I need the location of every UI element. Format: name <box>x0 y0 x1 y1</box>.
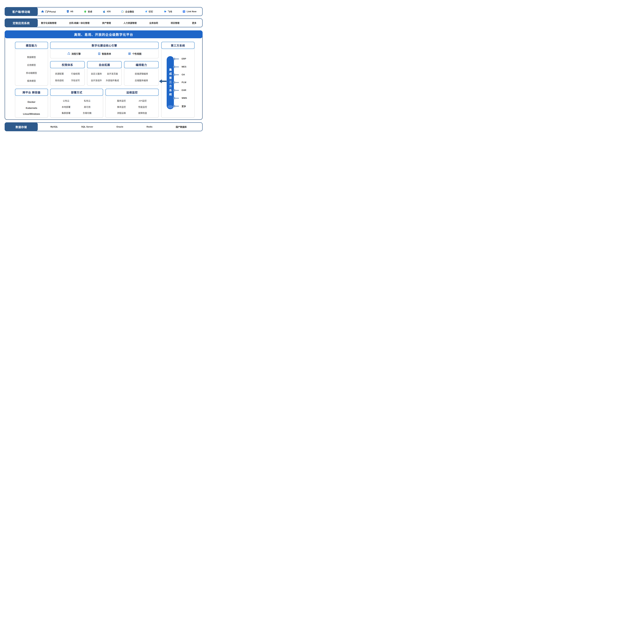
engine-item-view: 个性视图 <box>128 52 141 55</box>
system-label: 更多 <box>182 105 186 108</box>
deployment-card-title: 部署方式 <box>50 89 103 96</box>
client-item-wechat-work: 企业微信 <box>121 10 134 13</box>
engine-item-form: 智能表单 <box>98 52 111 55</box>
deployment-item: 本地部署 <box>62 105 70 108</box>
engine-item-label: 流程引擎 <box>71 52 81 55</box>
cross-platform-item: Docker <box>28 101 35 103</box>
left-arrow-icon <box>173 97 179 100</box>
system-row-plm: PLM <box>173 81 186 84</box>
cross-platform-card: 跨平台 跨容器 Docker Kubernets Linux/Windows <box>15 89 48 118</box>
model-item: 应用模型 <box>27 63 36 66</box>
android-icon <box>84 10 87 13</box>
smart-form-icon <box>98 52 101 55</box>
custom-app-item: 更多 <box>192 21 196 24</box>
ops-item: API监控 <box>139 99 147 102</box>
third-party-card-title: 第三方系统 <box>161 42 195 49</box>
ops-item: 故障恢复 <box>138 111 147 115</box>
extension-item: 自开发页面 <box>107 72 118 75</box>
storage-band-label: 数据存储 <box>5 122 38 131</box>
left-arrow-icon <box>173 105 179 108</box>
system-label: WMS <box>182 97 187 99</box>
dingtalk-icon <box>145 10 147 13</box>
clients-band: 客户端/移动端 门户Portal 5 H5 安卓 <box>5 7 203 16</box>
storage-item: MySQL <box>50 126 58 128</box>
deployment-item: 高可用 <box>84 105 91 108</box>
system-label: EHR <box>182 89 186 92</box>
client-item-label: 安卓 <box>88 10 92 13</box>
deployment-item: 私有云 <box>84 99 91 102</box>
custom-app-item: 合同-档案一体化管理 <box>69 21 90 24</box>
engine-card-title: 数字化建设核心引擎 <box>50 42 159 49</box>
system-row-mes: MES <box>173 65 186 69</box>
permission-card: 权限体系 资源配置 行级权限 角色授权 字段读写 <box>50 61 85 86</box>
client-item-label: Link Now <box>187 10 196 13</box>
left-arrow-icon <box>173 57 179 60</box>
extension-item: 自开发组件 <box>91 79 102 82</box>
core-engine-card: 数字化建设核心引擎 流程引擎 智能表单 <box>50 42 159 58</box>
client-item-label: H5 <box>70 10 73 13</box>
integration-pill-label: 集成第三方系统 <box>169 68 172 97</box>
system-label: MES <box>182 66 186 68</box>
system-label: PLM <box>182 81 186 84</box>
orchestration-card-title: 编排能力 <box>124 61 159 68</box>
custom-app-item: 项目管理 <box>171 21 179 24</box>
storage-items: MySQL SQL Server Oracle Redis 国产数据库 <box>39 123 198 131</box>
custom-app-item: 数字化采购管理 <box>41 21 56 24</box>
platform-title: 高效、易用、开放的企业级数字化平台 <box>5 30 203 38</box>
system-row-erp: ERP <box>173 57 186 61</box>
storage-item: Redis <box>147 126 152 128</box>
custom-app-item: 业务协同 <box>149 21 158 24</box>
architecture-diagram: 客户端/移动端 门户Portal 5 H5 安卓 <box>0 0 206 141</box>
wechat-work-icon <box>121 10 124 13</box>
orchestration-card: 编排能力 前端逻辑编排 后端服务编排 <box>124 61 159 86</box>
extension-item: 外部插件集成 <box>106 79 119 82</box>
cross-platform-item: Kubernets <box>26 107 37 109</box>
ops-item: 性能监控 <box>138 105 147 108</box>
model-item: 数据模型 <box>27 55 36 59</box>
process-engine-icon <box>67 52 70 55</box>
left-arrow-icon <box>173 81 179 84</box>
storage-band: 数据存储 MySQL SQL Server Oracle Redis 国产数据库 <box>5 122 203 131</box>
client-item-android: 安卓 <box>84 10 92 13</box>
orchestration-item: 前端逻辑编排 <box>135 72 148 75</box>
left-arrow-icon <box>173 89 179 92</box>
ops-item: 事务监控 <box>117 105 126 108</box>
ops-item: 服务监控 <box>117 99 126 102</box>
client-item-dingtalk: 钉钉 <box>145 10 153 13</box>
engine-item-process: 流程引擎 <box>67 52 81 55</box>
extension-card: 自由拓展 自定义服务 自开发页面 自开发组件 外部插件集成 <box>87 61 122 86</box>
deployment-item: 集群部署 <box>62 111 70 115</box>
extension-card-title: 自由拓展 <box>87 61 122 68</box>
permission-item: 角色授权 <box>55 79 64 82</box>
custom-app-item: 人力资源管理 <box>124 21 137 24</box>
model-item: 移动端模型 <box>26 71 37 74</box>
permission-item: 字段读写 <box>71 79 80 82</box>
custom-apps-items: 数字化采购管理 合同-档案一体化管理 资产管理 人力资源管理 业务协同 项目管理… <box>41 19 196 27</box>
client-item-linknow: Link Now <box>183 10 196 13</box>
storage-item: SQL Server <box>81 126 93 128</box>
svg-text:5: 5 <box>67 11 68 12</box>
storage-item: 国产数据库 <box>176 125 187 128</box>
orchestration-item: 后端服务编排 <box>135 79 148 82</box>
client-item-h5: 5 H5 <box>66 10 73 13</box>
ops-monitoring-card-title: 运维监控 <box>105 89 159 96</box>
html5-icon: 5 <box>66 10 69 13</box>
left-arrow-icon <box>173 73 179 76</box>
client-item-ios: iOS <box>103 10 111 13</box>
model-capability-card: 模型能力 数据模型 应用模型 移动端模型 报表模型 <box>15 42 48 86</box>
cross-platform-item: Linux/Windows <box>23 113 40 115</box>
deployment-item: 公有云 <box>63 99 69 102</box>
deployment-card: 部署方式 公有云 私有云 本地部署 高可用 集群部署 负载均衡 <box>50 89 103 118</box>
engine-item-label: 智能表单 <box>102 52 111 55</box>
client-item-label: 飞书 <box>168 10 172 13</box>
system-row-oa: OA <box>173 73 185 77</box>
clients-items: 门户Portal 5 H5 安卓 iOS <box>41 7 196 16</box>
permission-card-title: 权限体系 <box>50 61 85 68</box>
custom-apps-band: 定制应用系统 数字化采购管理 合同-档案一体化管理 资产管理 人力资源管理 业务… <box>5 18 203 27</box>
system-label: OA <box>182 73 185 76</box>
engine-items: 流程引擎 智能表单 个性视图 <box>50 49 158 58</box>
permission-item: 资源配置 <box>55 72 64 75</box>
custom-app-item: 资产管理 <box>102 21 111 24</box>
cross-platform-card-title: 跨平台 跨容器 <box>15 89 48 96</box>
capability-cards-row: 权限体系 资源配置 行级权限 角色授权 字段读写 自由拓展 自定义服务 自开发页… <box>50 61 159 86</box>
